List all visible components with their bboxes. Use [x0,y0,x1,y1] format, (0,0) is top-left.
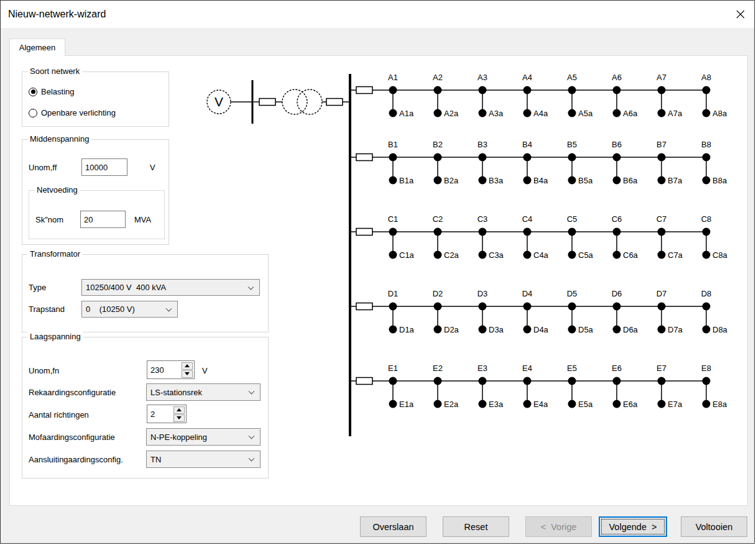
node-label: B2 [433,140,443,149]
subnode-dot [568,326,576,334]
unom-fn-stepper[interactable]: 230 [147,360,195,379]
subnode-dot [703,109,711,117]
radio-icon [29,88,37,96]
subnode-dot [434,176,442,185]
subnode-label: C5a [578,250,594,260]
node-dot [613,303,621,311]
node-label: B6 [612,140,622,149]
chevron-down-icon [166,305,172,311]
aantal-richtingen-stepper[interactable]: 2 [147,405,187,423]
fuse-icon [326,99,343,106]
vorige-button: < Vorige [525,516,592,537]
node-dot [613,228,621,236]
subnode-label: C1a [399,250,415,260]
node-label: D1 [388,289,399,298]
node-dot [479,228,487,236]
close-button[interactable] [731,6,750,23]
subnode-label: A1a [399,109,414,118]
subnode-label: A7a [668,109,683,118]
node-label: A8 [701,73,711,82]
arrow-down-icon [177,416,182,419]
unom-fn-label: Unom,fn [29,366,59,375]
subnode-label: B8a [712,176,727,185]
subnode-dot [613,176,621,185]
group-soort-netwerk: Soort netwerk Belasting Openbare verlich… [22,71,169,127]
chevron-down-icon [249,388,255,395]
node-dot [434,377,442,385]
node-dot [389,303,397,311]
group-netvoeding: Netvoeding Sk"nom 20 MVA [29,190,165,239]
voltooien-button[interactable]: Voltooien [681,516,747,537]
mofaarding-select[interactable]: N-PE-koppeling [146,428,260,446]
subnode-dot [523,326,532,334]
type-label: Type [29,283,46,292]
node-label: C2 [433,214,443,224]
node-label: C5 [567,214,578,224]
radio-belasting[interactable]: Belasting [29,87,74,96]
node-dot [568,86,576,94]
reset-button[interactable]: Reset [443,516,509,537]
subnode-label: C3a [489,250,504,260]
subnode-dot [523,176,532,185]
subnode-label: C2a [444,250,459,260]
group-laagspanning: Laagspanning Unom,fn 230 V Rekaardingsco… [22,337,269,479]
trapstand-select[interactable]: 0 (10250 V) [81,301,178,318]
node-label: C4 [522,214,533,224]
spin-up-button[interactable] [173,406,185,414]
overslaan-button[interactable]: Overslaan [360,516,426,537]
node-label: A7 [657,73,666,82]
volgende-button[interactable]: Volgende > [599,516,667,537]
node-dot [523,86,532,94]
node-dot [568,377,576,385]
node-label: E3 [477,364,487,373]
node-label: A3 [477,73,487,82]
node-dot [389,228,397,236]
subnode-dot [389,251,397,259]
node-label: C3 [477,214,488,224]
subnode-label: D2a [444,325,459,334]
spin-down-button[interactable] [182,370,193,378]
rekaarding-select[interactable]: LS-stationsrek [146,383,260,401]
node-dot [523,303,532,311]
feeder-B-fuse-icon [356,154,372,161]
node-label: A5 [567,73,577,82]
tab-algemeen[interactable]: Algemeen [9,39,65,56]
feeder-A-fuse-icon [356,87,372,94]
unom-ff-field[interactable]: 10000 [81,158,127,176]
sk-nom-field[interactable]: 20 [80,211,126,228]
mof-label: Mofaardingsconfiguratie [29,433,115,442]
node-dot [703,377,711,385]
node-label: A6 [612,73,622,82]
type-select[interactable]: 10250/400 V 400 kVA [81,279,260,296]
node-label: E5 [567,364,577,373]
aansluiting-select[interactable]: TN [146,451,260,468]
chevron-down-icon [249,456,255,462]
node-dot [479,377,487,385]
node-label: D2 [433,289,443,298]
subnode-label: E7a [668,400,683,409]
group-middenspanning: Middenspanning Unom,ff 10000 V Netvoedin… [22,139,169,245]
node-label: C7 [657,214,667,224]
node-dot [389,86,397,94]
unom-ff-unit: V [150,163,155,172]
node-label: A2 [433,73,443,82]
node-label: E6 [612,364,622,373]
subnode-label: D8a [712,325,728,334]
rek-value: LS-stationsrek [150,388,202,397]
subnode-dot [658,251,666,259]
node-dot [479,153,487,162]
subnode-dot [568,251,576,259]
network-diagram: VA1A1aA2A2aA3A3aA4A4aA5A5aA6A6aA7A7aA8A8… [188,57,754,492]
spin-down-button[interactable] [173,414,185,422]
aansluit-value: TN [150,455,161,464]
tab-label: Algemeen [19,43,56,52]
subnode-label: E1a [399,400,414,409]
voltage-source-icon [207,90,231,114]
subnode-dot [568,176,576,185]
radio-openbare-verlichting[interactable]: Openbare verlichting [29,108,116,117]
subnode-dot [479,326,487,334]
spin-up-button[interactable] [182,362,193,370]
subnode-label: E4a [533,400,548,409]
subnode-dot [479,400,487,408]
group-transformator: Transformator Type 10250/400 V 400 kVA T… [22,254,269,332]
